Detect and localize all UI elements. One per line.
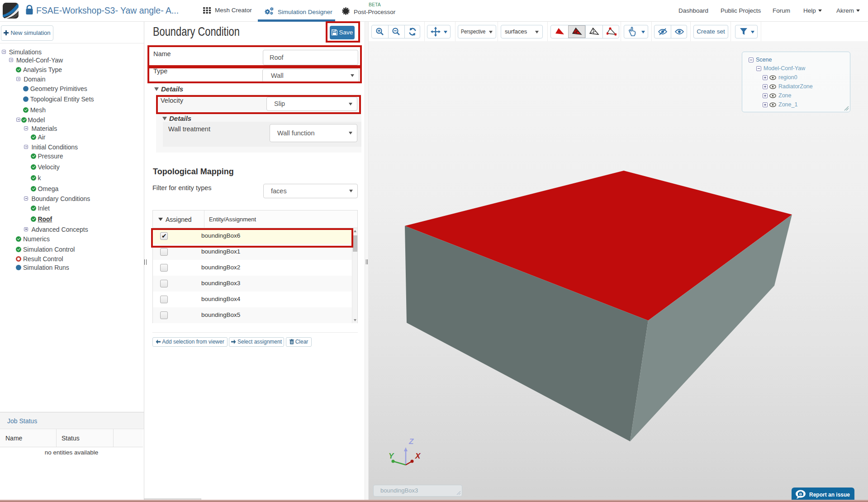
svg-text:Z: Z (408, 437, 414, 446)
svg-text:X: X (415, 452, 421, 460)
svg-text:Y: Y (389, 452, 394, 460)
